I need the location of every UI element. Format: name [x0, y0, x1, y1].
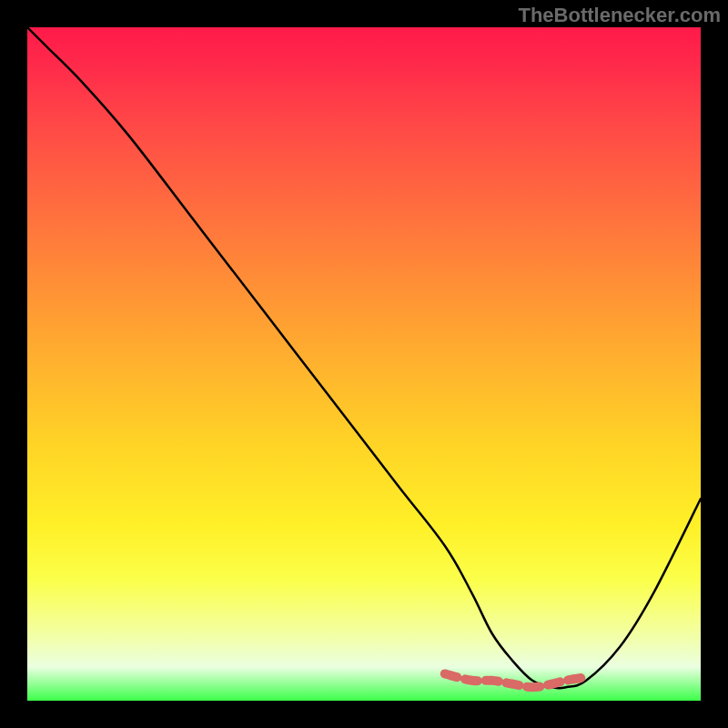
- valley-marker-line: [445, 673, 586, 687]
- watermark-text: TheBottlenecker.com: [518, 4, 721, 27]
- plot-area: [27, 27, 701, 701]
- curve-svg: [27, 27, 701, 701]
- bottleneck-curve-line: [27, 27, 701, 688]
- chart-container: TheBottlenecker.com: [0, 0, 728, 728]
